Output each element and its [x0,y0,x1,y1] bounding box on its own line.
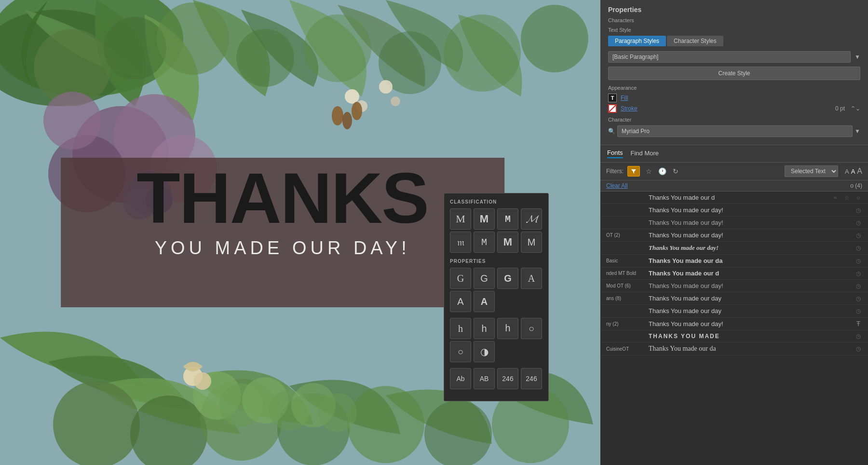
decorative-icon-cell[interactable]: M [521,232,542,253]
selected-text-dropdown[interactable]: Selected Text [785,165,838,177]
filter-funnel-button[interactable] [627,166,640,177]
sans-serif-icon-cell[interactable]: M [474,208,495,230]
filter-star-icon[interactable]: ☆ [644,167,653,175]
type-icon[interactable]: Ŧ [854,320,862,328]
font-list-item[interactable]: Thanks You made our d ≈ ☆ ○ [600,191,868,204]
clear-all-button[interactable]: Clear All [606,182,628,189]
cloud-icon[interactable]: ◷ [854,333,862,340]
character-styles-tab[interactable]: Character Styles [667,36,723,46]
svg-point-4 [157,2,229,75]
create-style-button[interactable]: Create Style [608,67,860,80]
size-small-button[interactable]: A [845,167,849,176]
prop-o-1-cell[interactable]: ○ [521,318,542,339]
find-more-tab[interactable]: Find More [631,150,659,158]
stroke-arrows[interactable]: ⌃⌄ [851,105,860,112]
slab-serif-icon-cell[interactable]: M [497,208,518,230]
panel-title: Properties [608,6,860,14]
appearance-label: Appearance [608,85,860,91]
svg-point-8 [444,14,521,92]
prop-h-3-cell[interactable]: h [497,318,518,339]
right-panel: Properties Characters Text Style Paragra… [600,0,868,465]
fonts-tab[interactable]: Fonts [607,149,623,158]
prop-g-bold-cell[interactable]: G [497,268,518,289]
display-icon-cell[interactable]: M [497,232,518,253]
stroke-value: 0 pt [835,105,845,112]
font-name-label: ans (8) [606,296,645,301]
prop-246-1-cell[interactable]: 246 [497,368,518,389]
prop-g-serif-cell[interactable]: G [450,268,471,289]
cloud-icon[interactable]: ◷ [854,295,862,302]
prop-h-2-cell[interactable]: h [474,318,495,339]
text-style-tabs: Paragraph Styles Character Styles [608,36,860,46]
cloud-icon[interactable]: ◷ [854,308,862,315]
svg-point-33 [219,383,263,427]
subtitle-heading: YOU MADE OUR DAY! [61,234,504,259]
script-icon-cell[interactable]: 𝓜 [521,208,542,230]
font-preview-text: Thanks You made our d [649,270,851,277]
clear-row: Clear All o (4) [600,180,868,191]
prop-246-2-cell[interactable]: 246 [521,368,542,389]
font-list-item[interactable]: Mod OT (6) Thanks You made our day! ◷ [600,280,868,292]
cloud-icon[interactable]: ◷ [854,270,862,277]
prop-h-1-cell[interactable]: h [450,318,471,339]
svg-point-1 [0,10,135,106]
fill-label[interactable]: Fill [621,95,628,101]
paragraph-styles-tab[interactable]: Paragraph Styles [608,36,666,46]
fill-row: T Fill [608,94,860,102]
appearance-section: Appearance T Fill Stroke 0 pt ⌃⌄ [608,85,860,113]
svg-point-39 [194,372,211,390]
font-list-item[interactable]: Thanks You made our day! ◷ [600,204,868,217]
star-icon[interactable]: ☆ [843,194,851,201]
filter-cloud-icon[interactable]: ↻ [671,167,680,175]
size-medium-button[interactable]: A [851,167,855,176]
font-list[interactable]: Thanks You made our d ≈ ☆ ○ Thanks You m… [600,191,868,360]
font-list-item[interactable]: THANKS YOU MADE ◷ [600,330,868,342]
filters-label: Filters: [606,168,624,175]
font-preview-text: Thanks You made our day! [649,244,851,252]
prop-o-2-cell[interactable]: ○ [450,341,471,362]
serif-icon-cell[interactable]: M [450,208,471,230]
style-select[interactable]: [Basic Paragraph] [608,51,851,63]
font-preview-text: Thanks You made our d [649,194,827,201]
blackletter-icon-cell[interactable]: 𝔪 [450,232,471,253]
stroke-label[interactable]: Stroke [621,105,637,112]
prop-g-sans-cell[interactable]: G [474,268,495,289]
cloud-icon[interactable]: ◷ [854,283,862,289]
approx-icon[interactable]: ≈ [831,194,839,201]
cloud-icon[interactable]: ◷ [854,258,862,264]
font-preview-text: Thanks You made our day! [649,282,851,289]
font-list-item[interactable]: Thanks You made our day! ◷ [600,242,868,255]
svg-point-3 [104,17,166,80]
prop-a-serif-cell[interactable]: A [521,268,542,289]
prop-a-sans-cell[interactable]: A [450,291,471,312]
cloud-icon[interactable]: ◷ [854,345,862,352]
font-preview-text: Thanks You made our day! [649,232,851,239]
font-dropdown-arrow-icon: ▼ [854,128,860,135]
font-list-item[interactable]: OT (2) Thanks You made our day! ◷ [600,229,868,242]
prop-ab-cell[interactable]: Ab [450,368,471,389]
monospaced-icon-cell[interactable]: M [474,232,495,253]
cloud-icon[interactable]: ◷ [854,232,862,239]
filter-clock-icon[interactable]: 🕐 [657,167,667,175]
cloud-icon[interactable]: ○ [854,194,862,201]
prop-o-3-cell[interactable]: ◑ [474,341,495,362]
prop-AB-cell[interactable]: AB [474,368,495,389]
svg-point-37 [318,393,357,432]
font-list-item[interactable]: ny (2) Thanks You made our day! Ŧ [600,317,868,330]
font-dropdown-row: 🔍 Myriad Pro ▼ [608,125,860,137]
prop-a-bold-cell[interactable]: A [474,291,495,312]
svg-point-20 [379,80,393,94]
font-list-item[interactable]: Thanks You made our day ◷ [600,305,868,317]
font-list-item[interactable]: CuisineOT Thanks You made our da ◷ [600,342,868,356]
font-list-item[interactable]: ans (8) Thanks You made our day ◷ [600,292,868,305]
font-select[interactable]: Myriad Pro [617,125,853,137]
font-list-item[interactable]: Thanks You made our day! ◷ [600,217,868,229]
cloud-icon[interactable]: ◷ [854,219,862,226]
font-list-item[interactable]: Basic Thanks You made our da ◷ [600,255,868,267]
svg-point-19 [356,100,367,112]
cloud-icon[interactable]: ◷ [854,207,862,214]
svg-point-22 [332,106,343,125]
font-list-item[interactable]: nded MT Bold Thanks You made our d ◷ [600,267,868,280]
cloud-icon[interactable]: ◷ [854,245,862,251]
size-large-button[interactable]: A [857,167,862,176]
